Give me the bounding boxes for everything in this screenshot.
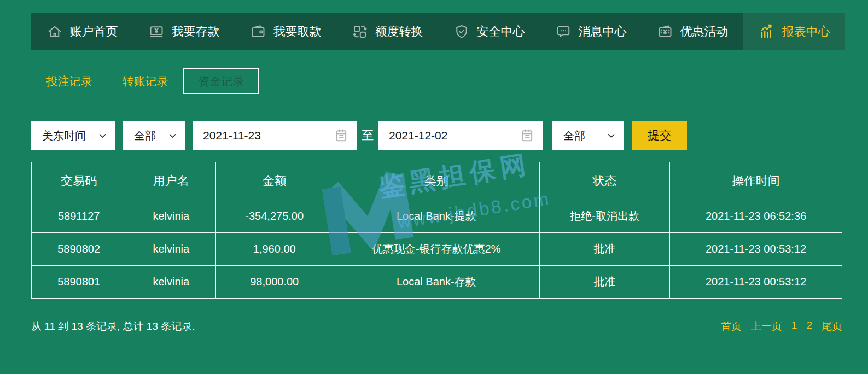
- nav-item-label: 账户首页: [70, 24, 118, 40]
- pagination-page-1[interactable]: 1: [791, 319, 797, 334]
- main-nav: 账户首页 我要存款 我要取款 额度转换 安全中心 消息中心 优惠活动 报表中心: [31, 13, 845, 50]
- calendar-icon[interactable]: [520, 128, 535, 143]
- deposit-icon: [148, 24, 165, 40]
- type-select-value: 全部: [134, 128, 156, 143]
- nav-item-withdraw[interactable]: 我要取款: [235, 13, 336, 50]
- pagination-last-page[interactable]: 尾页: [822, 319, 842, 334]
- records-table-body: 5891127kelvinia-354,275.00Local Bank-提款拒…: [32, 200, 842, 299]
- column-header: 类别: [333, 162, 540, 200]
- tab-fund-records[interactable]: 资金记录: [183, 68, 259, 94]
- records-summary: 从 11 到 13 条记录, 总计 13 条记录.: [31, 319, 195, 334]
- nav-item-deposit[interactable]: 我要存款: [133, 13, 235, 50]
- nav-item-label: 安全中心: [477, 24, 525, 40]
- tab-transfer-records[interactable]: 转账记录: [107, 68, 183, 94]
- nav-item-label: 报表中心: [782, 24, 830, 40]
- records-table-head: 交易码用户名金额类别状态操作时间: [32, 162, 842, 200]
- date-from-value: 2021-11-23: [203, 129, 261, 142]
- calendar-icon[interactable]: [334, 128, 349, 143]
- chart-icon: [759, 24, 775, 40]
- record-tabs: 投注记录 转账记录 资金记录: [31, 68, 259, 94]
- table-cell: 2021-11-23 00:53:12: [670, 266, 842, 299]
- pagination-page-2[interactable]: 2: [806, 319, 812, 334]
- table-row: 5890801kelvinia98,000.00Local Bank-存款批准2…: [32, 266, 842, 299]
- status-select[interactable]: 全部: [552, 121, 624, 150]
- column-header: 交易码: [32, 162, 126, 200]
- nav-item-message-center[interactable]: 消息中心: [540, 13, 642, 50]
- tab-label: 转账记录: [123, 74, 168, 89]
- date-from-input[interactable]: 2021-11-23: [193, 121, 357, 150]
- table-cell: 拒绝-取消出款: [540, 200, 670, 233]
- table-cell: Local Bank-提款: [333, 200, 540, 233]
- table-cell: 批准: [540, 233, 670, 266]
- table-cell: Local Bank-存款: [333, 266, 540, 299]
- table-cell: 5891127: [32, 200, 126, 233]
- home-icon: [46, 24, 63, 40]
- column-header: 用户名: [126, 162, 216, 200]
- nav-item-label: 我要存款: [172, 24, 220, 40]
- nav-item-label: 额度转换: [375, 24, 423, 40]
- table-cell: 5890802: [32, 233, 126, 266]
- table-cell: 5890801: [32, 266, 126, 299]
- type-select[interactable]: 全部: [123, 121, 185, 150]
- table-cell: 优惠现金-银行存款优惠2%: [333, 233, 540, 266]
- tab-label: 投注记录: [46, 74, 92, 89]
- column-header: 金额: [216, 162, 333, 200]
- table-cell: 98,000.00: [216, 266, 333, 299]
- timezone-select[interactable]: 美东时间: [31, 121, 115, 150]
- table-cell: 批准: [540, 266, 670, 299]
- records-table: 交易码用户名金额类别状态操作时间 5891127kelvinia-354,275…: [31, 162, 842, 299]
- table-cell: 2021-11-23 00:53:12: [670, 233, 842, 266]
- table-cell: kelvinia: [126, 233, 216, 266]
- table-cell: 2021-11-23 06:52:36: [670, 200, 842, 233]
- nav-item-report-center[interactable]: 报表中心: [743, 13, 845, 50]
- message-icon: [555, 24, 572, 40]
- transfer-icon: [352, 24, 368, 40]
- timezone-select-value: 美东时间: [42, 128, 86, 143]
- date-range-to-label: 至: [357, 127, 378, 144]
- chevron-down-icon: [98, 131, 107, 141]
- table-cell: -354,275.00: [216, 200, 333, 233]
- table-cell: 1,960.00: [216, 233, 333, 266]
- chevron-down-icon: [607, 131, 616, 141]
- date-to-value: 2021-12-02: [389, 129, 447, 142]
- table-cell: kelvinia: [126, 200, 216, 233]
- coupon-icon: [657, 24, 673, 40]
- table-cell: kelvinia: [126, 266, 216, 299]
- nav-item-promotions[interactable]: 优惠活动: [642, 13, 743, 50]
- nav-item-quota-transfer[interactable]: 额度转换: [336, 13, 438, 50]
- column-header: 状态: [540, 162, 670, 200]
- pagination-prev-page[interactable]: 上一页: [751, 319, 782, 334]
- chevron-down-icon: [168, 131, 177, 141]
- date-to-input[interactable]: 2021-12-02: [378, 121, 543, 150]
- table-row: 5891127kelvinia-354,275.00Local Bank-提款拒…: [32, 200, 842, 233]
- nav-item-label: 我要取款: [273, 24, 322, 40]
- column-header: 操作时间: [670, 162, 842, 200]
- wallet-icon: [250, 24, 266, 40]
- status-select-value: 全部: [563, 128, 585, 143]
- submit-button[interactable]: 提交: [632, 121, 687, 150]
- nav-item-account-home[interactable]: 账户首页: [31, 13, 133, 50]
- pagination: 首页上一页12尾页: [721, 319, 842, 334]
- filter-bar: 美东时间 全部 2021-11-23 至 2021-12-02 全部 提: [31, 121, 687, 150]
- tab-bet-records[interactable]: 投注记录: [31, 68, 107, 94]
- nav-item-label: 优惠活动: [680, 24, 729, 40]
- pagination-first-page[interactable]: 首页: [721, 319, 742, 334]
- shield-icon: [453, 24, 470, 40]
- tab-label: 资金记录: [199, 74, 244, 89]
- table-row: 5890802kelvinia1,960.00优惠现金-银行存款优惠2%批准20…: [32, 233, 842, 266]
- nav-item-security-center[interactable]: 安全中心: [438, 13, 540, 50]
- nav-item-label: 消息中心: [579, 24, 627, 40]
